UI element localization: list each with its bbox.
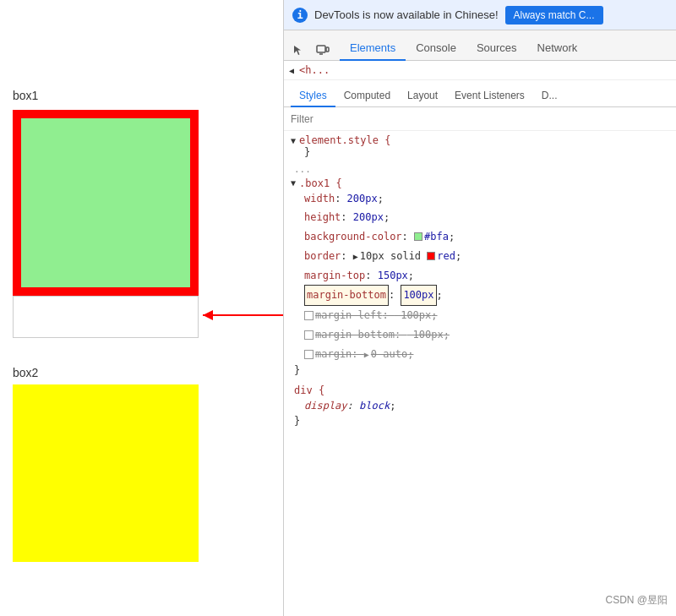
margin-bottom-neg-checkbox[interactable] <box>304 330 313 340</box>
sub-tab-bar: Styles Computed Layout Event Listeners D… <box>284 80 676 107</box>
svg-rect-3 <box>326 47 329 52</box>
margin-bottom-indicator <box>13 296 199 338</box>
margin-auto-checkbox[interactable] <box>304 350 313 359</box>
bg-color-swatch[interactable] <box>414 232 422 241</box>
info-bar: i DevTools is now available in Chinese! … <box>284 0 676 30</box>
css-prop-margin-left: margin-left : -100px ; <box>291 306 669 325</box>
css-prop-margin-auto: margin : ▶ 0 auto ; <box>291 345 669 364</box>
div-css-block: div { display : block ; } <box>291 384 669 428</box>
element-style-close: } <box>291 146 669 158</box>
main-tab-bar: Elements Console Sources Network <box>284 30 676 61</box>
css-prop-width: width : 200px ; <box>291 189 669 209</box>
info-message: DevTools is now available in Chinese! <box>314 8 499 21</box>
tab-computed[interactable]: Computed <box>335 85 399 107</box>
filter-bar <box>284 107 676 131</box>
box1-label: box1 <box>13 89 38 102</box>
margin-expand[interactable]: ▶ <box>364 346 369 363</box>
box1-container: box1 <box>13 110 199 338</box>
box1-css-block: ▼ .box1 { width : 200px ; height : 200px… <box>291 177 669 376</box>
box2-label: box2 <box>13 366 38 379</box>
devtools-panel: i DevTools is now available in Chinese! … <box>283 0 676 616</box>
tab-elements[interactable]: Elements <box>340 36 406 61</box>
div-selector: div { <box>294 384 324 396</box>
div-close-brace: } <box>291 415 669 427</box>
info-icon: i <box>292 8 308 23</box>
css-prop-bg: background-color : #bfa ; <box>291 227 669 247</box>
css-content: ▼ element.style { } ... ▼ .box1 { width … <box>284 131 676 608</box>
margin-left-checkbox[interactable] <box>304 311 313 320</box>
border-color-swatch[interactable] <box>427 252 435 260</box>
tab-sources[interactable]: Sources <box>466 36 527 61</box>
border-expand[interactable]: ▶ <box>353 248 358 264</box>
css-prop-display: display : block ; <box>291 396 669 416</box>
csdn-watermark: CSDN @昱阳 <box>605 593 668 608</box>
filter-input[interactable] <box>291 113 669 125</box>
css-prop-margin-top: margin-top : 150px ; <box>291 266 669 286</box>
element-style-triangle[interactable]: ▼ <box>291 136 296 145</box>
box2 <box>13 384 199 562</box>
css-prop-height: height : 200px ; <box>291 208 669 227</box>
tab-event-listeners[interactable]: Event Listeners <box>446 85 533 107</box>
cursor-icon[interactable] <box>288 40 308 60</box>
tab-network[interactable]: Network <box>527 36 588 61</box>
box1-selector: .box1 { <box>299 177 342 189</box>
tab-icons <box>288 40 333 60</box>
device-icon[interactable] <box>313 40 333 60</box>
html-element: <h... <box>299 64 330 76</box>
tab-more[interactable]: D... <box>533 85 566 107</box>
box2-container: box2 <box>13 384 199 562</box>
tab-styles[interactable]: Styles <box>291 85 335 107</box>
always-match-button[interactable]: Always match C... <box>505 6 603 25</box>
dots-indicator: ... <box>291 163 669 177</box>
left-nav-arrow[interactable]: ◀ <box>289 66 294 75</box>
html-row-container: ◀ <h... <box>284 61 676 80</box>
box1-triangle[interactable]: ▼ <box>291 178 296 188</box>
tab-layout[interactable]: Layout <box>399 85 446 107</box>
css-prop-border: border : ▶ 10px solid red ; <box>291 247 669 266</box>
css-prop-margin-bottom-negative: margin-bottom : -100px ; <box>291 325 669 345</box>
element-style-selector: element.style { <box>299 134 390 146</box>
box1 <box>13 110 199 296</box>
box1-close-brace: } <box>291 364 669 376</box>
css-prop-margin-bottom-active: margin-bottom : 100px ; <box>291 285 669 306</box>
element-style-block: ▼ element.style { } <box>291 134 669 158</box>
tab-console[interactable]: Console <box>406 36 466 61</box>
svg-rect-2 <box>317 46 325 52</box>
arrow-indicator <box>193 303 283 328</box>
webpage-preview: box1 box2 <box>0 0 283 616</box>
